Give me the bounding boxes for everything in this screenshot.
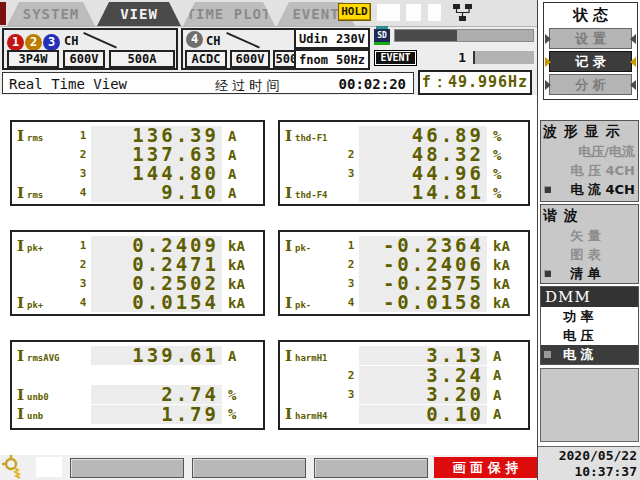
channel-badge: 3 xyxy=(43,34,60,51)
voltage-range-box: 600V xyxy=(63,50,105,68)
measurement-value xyxy=(91,366,222,385)
tab-strip: SYSTEMVIEWTIME PLOTEVENT xyxy=(7,2,355,26)
voltage-range-box: 600V xyxy=(230,50,270,68)
measurement-unit: kA xyxy=(222,257,258,273)
measurement-row: 344.96% xyxy=(285,164,523,183)
menu-item[interactable]: 矢 量 xyxy=(541,226,638,245)
view-title: Real Time View xyxy=(9,76,127,92)
fnom-label: fnom xyxy=(299,53,328,67)
menu-item[interactable]: 电 流 4CH xyxy=(541,180,638,199)
measurement-unit: % xyxy=(222,387,258,403)
right-arrow-icon xyxy=(630,57,636,67)
menu-item-label: 电 压 xyxy=(563,328,594,343)
screen-hold-button[interactable]: 画 面 保 持 xyxy=(434,457,537,478)
nav-button-label: 记 录 xyxy=(575,54,606,69)
soft-key-button[interactable] xyxy=(192,458,306,478)
nominal-frequency-box: fnom 50Hz xyxy=(294,49,370,70)
measurement-value: -0.0158 xyxy=(359,293,487,312)
measurement-value: 3.24 xyxy=(359,366,487,385)
event-count: 1 xyxy=(450,50,466,65)
menu-item[interactable]: 电 压 xyxy=(541,326,638,345)
frequency-readout: f：49.996Hz xyxy=(418,70,532,95)
menu-item[interactable]: 清 单 xyxy=(541,264,638,283)
sidebar-nav-button[interactable]: 记 录 xyxy=(549,51,632,72)
panel-ithd: Ithd-F146.89% 248.32% 344.96% Ithd-F414.… xyxy=(278,120,530,206)
menu-item-label: 电 压 4CH xyxy=(570,163,635,178)
menu-item[interactable]: 电 流 xyxy=(541,345,638,364)
measurement-row: 248.32% xyxy=(285,145,523,164)
date-display: 2020/05/22 xyxy=(538,448,637,464)
tab[interactable]: VIEW xyxy=(97,2,181,26)
quantity-symbol: I xyxy=(285,237,295,255)
channel-number: 3 xyxy=(75,167,91,180)
quantity-symbol: I xyxy=(17,405,27,423)
udin-value: 230V xyxy=(336,32,365,46)
hold-indicator: HOLD xyxy=(338,3,371,21)
nominal-voltage-box: Udin 230V xyxy=(294,28,370,49)
channel-number: 4 xyxy=(343,296,359,309)
channel-number: 3 xyxy=(343,388,359,401)
quantity-subscript: harmH1 xyxy=(295,349,343,363)
measurement-value: 9.10 xyxy=(91,183,222,202)
nav-button-label: 分 析 xyxy=(575,77,606,92)
quantity-symbol: I xyxy=(285,184,295,202)
panel-irms: Irms1136.39A 2137.63A 3144.80A Irms49.10… xyxy=(10,120,265,206)
measurement-value: 3.20 xyxy=(359,385,487,404)
panel-ipk-minus: Ipk-1-0.2364kA 2-0.2406kA 3-0.2575kA Ipk… xyxy=(278,230,530,316)
selected-marker-icon xyxy=(544,351,551,358)
sidebar-nav-button[interactable]: 分 析 xyxy=(549,74,632,95)
channel-number: 2 xyxy=(343,369,359,382)
menu-item[interactable]: 功 率 xyxy=(541,307,638,326)
current-range-box: 500A xyxy=(109,50,175,68)
panel-irms-avg-unbalance: IrmsAVG139.61A Iunb02.74% Iunb1.79% xyxy=(10,340,265,430)
quantity-subscript xyxy=(295,263,343,267)
soft-key-button[interactable] xyxy=(70,458,184,478)
quantity-subscript xyxy=(27,263,75,267)
notch-line xyxy=(226,32,260,48)
measurement-unit: kA xyxy=(222,295,258,311)
measurement-unit: kA xyxy=(487,295,523,311)
channel-number: 3 xyxy=(343,167,359,180)
event-bar xyxy=(473,51,534,64)
tab[interactable]: SYSTEM xyxy=(7,2,95,26)
dmm-section: DMM 功 率 电 压 电 流 xyxy=(540,286,639,365)
menu-item[interactable]: 电 压 4CH xyxy=(541,161,638,180)
channel-number: 2 xyxy=(343,148,359,161)
quantity-symbol: I xyxy=(17,127,27,145)
channel-number: 1 xyxy=(343,239,359,252)
sd-usage-bar xyxy=(394,29,534,42)
view-status-bar: Real Time View 经 过 时 间 00:02:20 xyxy=(2,72,414,94)
frequency-value: 49.996Hz xyxy=(448,73,528,91)
event-badge: EVENT xyxy=(374,50,417,66)
menu-item[interactable]: 图 表 xyxy=(541,245,638,264)
channel-number: 2 xyxy=(75,148,91,161)
quantity-symbol: I xyxy=(285,347,295,365)
sd-usage-fill xyxy=(395,30,457,41)
frequency-label: f： xyxy=(422,73,448,91)
status-indicator-box xyxy=(377,4,400,21)
harmonics-section: 谐 波 矢 量 图 表 清 单 xyxy=(540,204,639,284)
quantity-symbol: I xyxy=(17,237,27,255)
tab[interactable]: TIME PLOT xyxy=(183,2,275,26)
quantity-subscript xyxy=(27,373,75,377)
measurement-row: Irms49.10A xyxy=(17,183,258,202)
channel-badge: 1 xyxy=(7,34,24,51)
channel-number: 3 xyxy=(75,277,91,290)
channel-badge: 2 xyxy=(25,34,42,51)
elapsed-time-value: 00:02:20 xyxy=(339,76,406,92)
quantity-subscript: pk- xyxy=(295,239,343,253)
selected-marker-icon xyxy=(544,186,551,193)
soft-key-button[interactable] xyxy=(314,458,428,478)
left-arrow-icon xyxy=(545,80,551,90)
measurement-unit: kA xyxy=(487,238,523,254)
channel-badge: 4 xyxy=(186,31,203,48)
quantity-subscript: pk- xyxy=(295,296,343,310)
elapsed-time-label: 经 过 时 间 xyxy=(215,77,279,95)
menu-item[interactable]: 电压/电流 xyxy=(541,142,638,161)
quantity-subscript xyxy=(27,172,75,176)
quantity-symbol: I xyxy=(17,347,27,365)
menu-item-label: 电压/电流 xyxy=(578,144,635,159)
quantity-subscript xyxy=(27,153,75,157)
sidebar-nav-button[interactable]: 设 置 xyxy=(549,28,632,49)
nav-button-label: 设 置 xyxy=(575,31,606,46)
